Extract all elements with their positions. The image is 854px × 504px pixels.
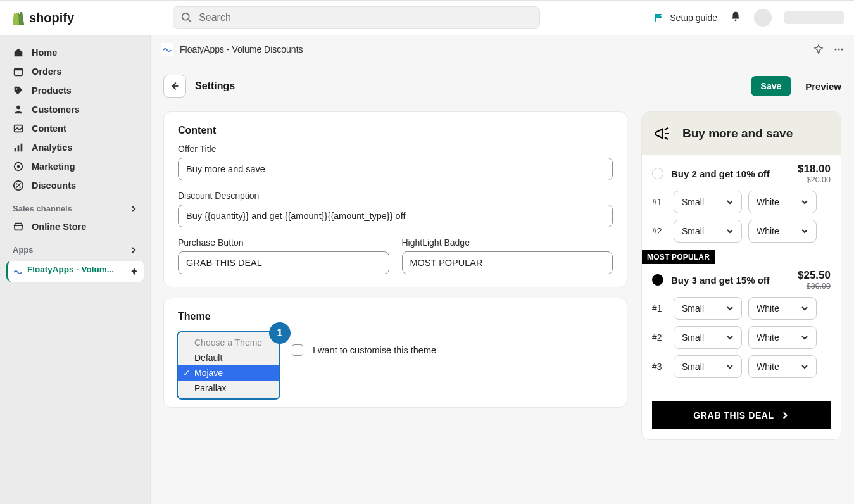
radio-icon[interactable] — [652, 274, 663, 286]
search-icon — [181, 12, 192, 23]
nav-orders-label: Orders — [32, 66, 62, 77]
svg-point-2 — [735, 19, 737, 21]
chevron-right-icon — [130, 246, 137, 254]
size-select[interactable]: Small — [674, 355, 742, 378]
content-icon — [13, 123, 24, 134]
theme-heading: Theme — [178, 311, 613, 322]
size-select[interactable]: Small — [674, 297, 742, 320]
theme-option-default[interactable]: Default — [178, 350, 279, 365]
preview-link[interactable]: Preview — [805, 81, 841, 92]
sidebar: Home Orders Products Customers Content A… — [0, 35, 151, 504]
svg-point-16 — [834, 48, 836, 50]
pinned-app[interactable]: FloatyApps - Volum... — [6, 261, 144, 282]
chevron-down-icon — [726, 334, 734, 341]
save-button[interactable]: Save — [751, 76, 792, 96]
purchase-button-label: Purchase Button — [178, 237, 389, 248]
color-select[interactable]: White — [748, 326, 817, 349]
chevron-down-icon — [801, 305, 808, 312]
arrow-left-icon — [169, 80, 180, 92]
color-select[interactable]: White — [748, 297, 817, 320]
svg-rect-10 — [21, 144, 23, 152]
content-card: Content Offer Title Discount Description… — [163, 111, 627, 287]
highlight-badge-label: HightLight Badge — [402, 237, 613, 248]
tier-2-price: $25.50 — [798, 269, 831, 282]
size-select[interactable]: Small — [674, 326, 742, 349]
chevron-down-icon — [801, 363, 808, 370]
tag-icon — [13, 85, 24, 96]
nav-content[interactable]: Content — [5, 119, 145, 138]
theme-option-parallax[interactable]: Parallax — [178, 381, 279, 396]
purchase-button-input[interactable] — [178, 251, 389, 274]
nav-discounts[interactable]: Discounts — [5, 176, 145, 195]
most-popular-badge: MOST POPULAR — [642, 250, 715, 264]
pin-icon[interactable] — [813, 44, 824, 54]
svg-point-6 — [16, 106, 20, 110]
page-title: Settings — [195, 80, 235, 92]
avatar[interactable] — [754, 9, 772, 27]
theme-select[interactable]: 1 Choose a Theme Default Mojave Parallax — [177, 331, 280, 400]
color-select[interactable]: White — [748, 355, 817, 378]
pin-icon — [130, 267, 139, 276]
search-input[interactable]: Search — [173, 6, 540, 29]
grab-deal-button[interactable]: GRAB THIS DEAL — [652, 401, 831, 429]
nav-online-store[interactable]: Online Store — [5, 217, 145, 236]
nav-marketing-label: Marketing — [32, 161, 75, 172]
nav-customers-label: Customers — [32, 104, 80, 115]
sales-channels-title: Sales channels — [13, 204, 72, 213]
discount-desc-input[interactable] — [178, 205, 613, 227]
store-icon — [13, 221, 24, 232]
notifications-button[interactable] — [730, 11, 741, 25]
content-heading: Content — [178, 125, 613, 136]
color-select[interactable]: White — [748, 220, 817, 243]
shopify-logo[interactable]: shopify — [11, 9, 74, 26]
megaphone-icon — [653, 125, 672, 142]
setup-guide-link[interactable]: Setup guide — [655, 13, 717, 23]
apps-section[interactable]: Apps — [5, 241, 145, 258]
discount-desc-label: Discount Description — [178, 191, 613, 201]
tier-1[interactable]: Buy 2 and get 10% off $18.00 $20.00 #1 S… — [642, 155, 841, 246]
chevron-down-icon — [801, 334, 808, 341]
nav-home[interactable]: Home — [5, 43, 145, 62]
chevron-down-icon — [726, 227, 734, 235]
nav-marketing[interactable]: Marketing — [5, 157, 145, 176]
nav-discounts-label: Discounts — [32, 180, 76, 191]
sales-channels-section[interactable]: Sales channels — [5, 200, 145, 217]
theme-option-mojave[interactable]: Mojave — [178, 365, 279, 381]
nav-orders[interactable]: Orders — [5, 62, 145, 81]
svg-point-12 — [17, 165, 20, 168]
back-button[interactable] — [163, 75, 186, 98]
color-select[interactable]: White — [748, 191, 817, 213]
svg-point-14 — [16, 183, 17, 184]
nav-content-label: Content — [32, 123, 66, 134]
pinned-app-label: FloatyApps - Volum... — [27, 265, 125, 274]
nav-home-label: Home — [32, 47, 57, 58]
size-select[interactable]: Small — [674, 220, 742, 243]
nav-customers[interactable]: Customers — [5, 100, 145, 119]
person-icon — [13, 104, 24, 115]
chevron-down-icon — [801, 227, 808, 235]
highlight-badge-input[interactable] — [402, 251, 613, 274]
flag-icon — [655, 13, 665, 23]
size-select[interactable]: Small — [674, 191, 742, 213]
svg-point-17 — [838, 48, 839, 50]
more-icon[interactable] — [834, 44, 844, 54]
svg-line-1 — [189, 20, 192, 23]
shopify-bag-icon — [11, 9, 25, 26]
app-header: FloatyApps - Volume Discounts — [151, 35, 854, 63]
tier-2-old-price: $30.00 — [798, 282, 831, 291]
radio-icon[interactable] — [652, 168, 663, 179]
target-icon — [13, 161, 24, 172]
nav-products[interactable]: Products — [5, 81, 145, 100]
offer-title-input[interactable] — [178, 158, 613, 180]
variant-index: #2 — [652, 332, 667, 343]
tier-2[interactable]: MOST POPULAR Buy 3 and get 15% off $25.5… — [642, 256, 841, 382]
chevron-right-icon — [130, 205, 137, 213]
svg-rect-8 — [15, 148, 16, 151]
nav-analytics[interactable]: Analytics — [5, 138, 145, 157]
chevron-right-icon — [781, 411, 789, 420]
tier-1-old-price: $20.00 — [798, 175, 831, 184]
svg-rect-4 — [15, 69, 23, 71]
theme-option-placeholder: Choose a Theme — [178, 335, 279, 350]
preview-card: Buy more and save Buy 2 and get 10% off … — [641, 111, 841, 440]
customize-theme-checkbox[interactable] — [292, 344, 303, 356]
